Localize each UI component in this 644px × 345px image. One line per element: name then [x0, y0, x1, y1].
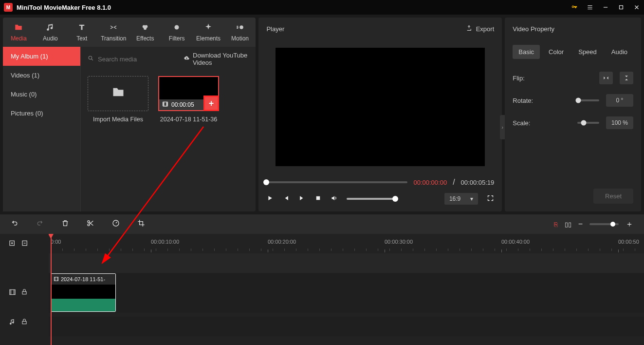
media-sidebar: My Album (1) Videos (1) Music (0) Pictur…: [3, 47, 81, 211]
svg-rect-0: [620, 6, 623, 9]
filters-icon: [172, 22, 181, 32]
crop-button[interactable]: [137, 219, 145, 229]
auto-fit-icon[interactable]: ⎘: [554, 221, 558, 228]
time-total: 00:00:05:19: [461, 179, 495, 186]
zoom-in-button[interactable]: ＋: [626, 219, 633, 230]
timeline-panel: ⎘ ▯▯ − ＋ 0:00 00: [0, 214, 644, 345]
volume-icon[interactable]: [331, 194, 338, 203]
flip-vertical-button[interactable]: [620, 72, 633, 84]
playhead[interactable]: [51, 234, 52, 345]
search-input[interactable]: [98, 56, 180, 63]
next-frame-button[interactable]: [298, 194, 306, 203]
key-icon[interactable]: [571, 4, 578, 11]
tab-elements[interactable]: Elements: [193, 18, 224, 47]
tab-effects[interactable]: Effects: [129, 18, 161, 47]
folder-plus-icon: [111, 85, 125, 102]
stop-button[interactable]: [314, 194, 322, 203]
sparkle-icon: [204, 22, 213, 32]
media-panel: Media Audio Text Transition Effects Filt…: [3, 18, 256, 211]
fullscreen-button[interactable]: [487, 194, 494, 203]
properties-panel: › Video Property Basic Color Speed Audio…: [505, 18, 641, 211]
import-media-tile[interactable]: Import Media Files: [88, 76, 148, 123]
tab-audio[interactable]: Audio: [35, 18, 66, 47]
rotate-value[interactable]: 0 °: [606, 94, 633, 107]
zoom-slider[interactable]: [589, 223, 619, 225]
sidebar-item-music[interactable]: Music (0): [3, 85, 80, 104]
chevron-down-icon: ▾: [470, 195, 473, 202]
svg-point-5: [239, 25, 243, 29]
timeline-toolbar: ⎘ ▯▯ − ＋: [0, 214, 644, 234]
timeline-clip[interactable]: 2024-07-18 11-51-: [51, 273, 116, 312]
properties-title: Video Property: [513, 25, 554, 33]
folder-icon: [14, 22, 23, 32]
download-youtube-button[interactable]: Download YouTube Videos: [184, 52, 249, 66]
seek-slider[interactable]: [266, 181, 407, 183]
scale-value[interactable]: 100 %: [606, 116, 633, 129]
music-note-icon: [46, 22, 55, 32]
titlebar: M MiniTool MovieMaker Free 8.1.0: [0, 0, 644, 15]
svg-rect-14: [10, 289, 15, 294]
sidebar-item-album[interactable]: My Album (1): [3, 47, 80, 66]
svg-rect-17: [54, 277, 58, 280]
export-icon: [466, 25, 472, 33]
tab-media[interactable]: Media: [3, 18, 35, 47]
scale-slider[interactable]: [577, 122, 599, 124]
aspect-ratio-select[interactable]: 16:9 ▾: [444, 193, 478, 205]
tab-transition[interactable]: Transition: [98, 18, 129, 47]
flip-label: Flip:: [513, 75, 542, 82]
close-button[interactable]: [633, 4, 640, 11]
video-track-icon: [9, 288, 16, 298]
play-button[interactable]: [266, 194, 274, 203]
prop-tab-speed[interactable]: Speed: [572, 45, 603, 59]
svg-rect-7: [163, 102, 168, 106]
video-preview[interactable]: [276, 48, 485, 166]
text-icon: [77, 22, 86, 32]
fit-icon[interactable]: ▯▯: [565, 221, 571, 228]
lock-video-track-button[interactable]: [21, 288, 28, 297]
flip-horizontal-button[interactable]: [599, 72, 613, 84]
transition-icon: [109, 22, 118, 32]
player-panel: Player Export 00:00:00:00 / 00:00:05:19: [258, 18, 502, 211]
sidebar-item-videos[interactable]: Videos (1): [3, 66, 80, 85]
video-track[interactable]: 2024-07-18 11-51-: [49, 273, 644, 313]
rotate-slider[interactable]: [577, 99, 599, 101]
export-button[interactable]: Export: [466, 25, 495, 33]
maximize-button[interactable]: [618, 4, 625, 11]
timeline-tracks[interactable]: 0:00 00:00:10:00 00:00:20:00 00:00:30:00…: [49, 234, 644, 345]
tab-motion[interactable]: Motion: [224, 18, 256, 47]
menu-icon[interactable]: [587, 4, 593, 11]
motion-icon: [236, 22, 244, 32]
add-track-button[interactable]: [9, 239, 17, 249]
svg-point-3: [144, 27, 147, 30]
remove-track-button[interactable]: [21, 239, 29, 249]
prop-tab-basic[interactable]: Basic: [513, 45, 540, 59]
delete-button[interactable]: [61, 219, 69, 229]
time-ruler[interactable]: 0:00 00:00:10:00 00:00:20:00 00:00:30:00…: [49, 234, 644, 253]
sidebar-item-pictures[interactable]: Pictures (0): [3, 104, 80, 123]
effects-icon: [141, 22, 149, 32]
collapse-panel-button[interactable]: ›: [500, 115, 505, 139]
audio-track-icon: [9, 318, 16, 327]
prev-frame-button[interactable]: [282, 194, 290, 203]
rotate-label: Rotate:: [513, 97, 542, 104]
tab-text[interactable]: Text: [66, 18, 98, 47]
svg-rect-15: [22, 291, 26, 294]
redo-button[interactable]: [36, 219, 44, 229]
prop-tab-audio[interactable]: Audio: [606, 45, 633, 59]
lock-audio-track-button[interactable]: [21, 318, 28, 327]
undo-button[interactable]: [11, 219, 18, 229]
reset-button[interactable]: Reset: [593, 189, 633, 204]
film-icon: [54, 276, 59, 283]
split-button[interactable]: [87, 219, 94, 229]
minimize-button[interactable]: [602, 4, 609, 11]
add-to-timeline-button[interactable]: +: [203, 96, 219, 111]
time-current: 00:00:00:00: [413, 179, 447, 186]
tab-filters[interactable]: Filters: [161, 18, 193, 47]
volume-slider[interactable]: [347, 198, 395, 200]
prop-tab-color[interactable]: Color: [543, 45, 570, 59]
zoom-out-button[interactable]: −: [578, 220, 583, 229]
scale-label: Scale:: [513, 119, 542, 127]
media-clip-tile[interactable]: 00:00:05 + 2024-07-18 11-51-36: [158, 76, 219, 123]
speed-button[interactable]: [112, 219, 120, 229]
audio-track[interactable]: [49, 317, 644, 336]
